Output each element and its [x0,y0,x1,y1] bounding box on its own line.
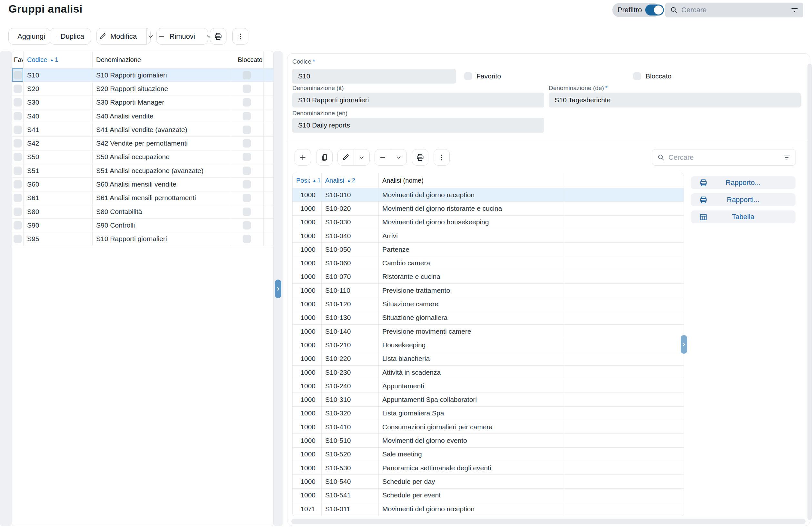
analysis-code-cell[interactable]: S10-040 [322,229,379,242]
analysis-code-cell[interactable]: S10-530 [322,461,379,474]
group-code-cell[interactable]: S20 [24,82,92,95]
favorite-checkbox[interactable] [14,126,22,134]
analysis-position-cell[interactable]: 1000 [293,475,322,488]
group-code-cell[interactable]: S42 [24,137,92,150]
analysis-more-options-button[interactable] [434,149,450,166]
action-button-rapporto[interactable]: Rapporto... [691,176,796,189]
group-name-cell[interactable]: S10 Rapporti giornalieri [92,69,230,82]
locked-cell[interactable] [230,191,264,205]
group-row[interactable]: S42S42 Vendite per pernottamenti [12,137,273,150]
analysis-position-cell[interactable]: 1000 [293,352,322,366]
locked-checkbox[interactable] [243,167,251,175]
analysis-code-cell[interactable]: S10-070 [322,270,379,283]
locked-cell[interactable] [230,137,264,150]
analysis-name-cell[interactable]: Schedule per day [379,475,564,488]
analysis-row[interactable]: 1000S10-060Cambio camera [293,256,684,270]
filter-icon[interactable] [791,6,799,14]
locked-checkbox[interactable] [243,235,251,243]
analysis-name-cell[interactable]: Arrivi [379,229,564,242]
analysis-code-cell[interactable]: S10-220 [322,352,379,366]
locked-checkbox[interactable] [243,98,251,106]
group-code-cell[interactable]: S51 [24,164,92,177]
group-row[interactable]: S50S50 Analisi occupazione [12,151,273,164]
favorite-cell[interactable] [12,191,24,205]
collapse-analyses-panel-handle[interactable] [681,335,687,354]
analysis-name-cell[interactable]: Lista biancheria [379,352,564,366]
analysis-position-cell[interactable]: 1000 [293,216,322,229]
analysis-position-cell[interactable]: 1000 [293,448,322,461]
analysis-code-cell[interactable]: S10-020 [322,202,379,215]
column-header-analysis-name[interactable]: Analisi (nome) [379,173,564,188]
analysis-name-cell[interactable]: Cambio camera [379,256,564,270]
favorite-checkbox[interactable] [14,194,22,202]
analysis-row[interactable]: 1000S10-130Situazione giornaliera [293,311,684,325]
analysis-code-cell[interactable]: S10-510 [322,434,379,447]
group-code-cell[interactable]: S95 [24,232,92,246]
group-name-cell[interactable]: S80 Contabilità [92,205,230,218]
analysis-position-cell[interactable]: 1000 [293,297,322,311]
analysis-position-cell[interactable]: 1071 [293,502,322,516]
analysis-row[interactable]: 1000S10-070Ristorante e cucina [293,270,684,284]
group-row[interactable]: S10S10 Rapporti giornalieri [12,69,273,82]
analysis-position-cell[interactable]: 1000 [293,256,322,270]
group-code-cell[interactable]: S40 [24,110,92,123]
analysis-code-cell[interactable]: S10-210 [322,338,379,352]
analysis-position-cell[interactable]: 1000 [293,407,322,420]
analysis-code-cell[interactable]: S10-011 [322,502,379,516]
action-button-tabella[interactable]: Tabella [691,211,796,223]
remove-button[interactable]: Rimuovi [151,28,201,44]
analysis-name-cell[interactable]: Movimenti del giorno reception [379,502,564,516]
analysis-row[interactable]: 1000S10-520Sale meeting [293,448,684,461]
analysis-name-cell[interactable]: Partenze [379,243,564,256]
analysis-row[interactable]: 1000S10-010Movimenti del giorno receptio… [293,188,684,202]
analysis-code-cell[interactable]: S10-541 [322,489,379,502]
favorite-cell[interactable] [12,82,24,95]
group-name-cell[interactable]: S60 Analisi mensili vendite [92,177,230,191]
code-field[interactable] [292,69,456,84]
analysis-name-cell[interactable]: Previsione trattamento [379,284,564,297]
top-search-input[interactable] [681,6,787,14]
name-en-field[interactable] [292,118,544,133]
favorite-cell[interactable] [12,218,24,232]
analysis-position-cell[interactable]: 1000 [293,270,322,283]
group-code-cell[interactable]: S41 [24,123,92,136]
analysis-name-cell[interactable]: Ristorante e cucina [379,270,564,283]
locked-cell[interactable] [230,177,264,191]
analysis-position-cell[interactable]: 1000 [293,243,322,256]
analysis-position-cell[interactable]: 1000 [293,461,322,474]
action-button-rapporti[interactable]: Rapporti... [691,194,796,206]
analysis-duplicate-button[interactable] [316,149,333,166]
column-header-position[interactable]: Posiz ▲ 1 [293,173,322,188]
analysis-position-cell[interactable]: 1000 [293,393,322,406]
analysis-code-cell[interactable]: S10-520 [322,448,379,461]
analysis-code-cell[interactable]: S10-130 [322,311,379,325]
locked-checkbox[interactable] [243,139,251,147]
analysis-name-cell[interactable]: Appuntamenti Spa collaboratori [379,393,564,406]
analysis-remove-button[interactable] [375,149,391,165]
analysis-code-cell[interactable]: S10-060 [322,256,379,270]
locked-cell[interactable] [230,110,264,123]
analysis-row[interactable]: 1000S10-530Panoramica settimanale degli … [293,461,684,475]
analysis-position-cell[interactable]: 1000 [293,202,322,215]
group-code-cell[interactable]: S90 [24,218,92,232]
locked-checkbox[interactable] [243,221,251,229]
favorite-cell[interactable] [12,123,24,136]
group-name-cell[interactable]: S10 Rapporti giornalieri [92,232,230,246]
locked-cell[interactable] [230,164,264,177]
analysis-name-cell[interactable]: Movimenti del giorno housekeeping [379,216,564,229]
analysis-code-cell[interactable]: S10-230 [322,366,379,379]
name-it-field[interactable] [292,92,544,108]
group-row[interactable]: S51S51 Analisi occupazione (avanzate) [12,164,273,177]
prefilter-toggle[interactable] [645,4,664,15]
column-header-code[interactable]: Codice ▲ 1 [24,51,92,68]
analysis-code-cell[interactable]: S10-320 [322,407,379,420]
favorite-cell[interactable] [12,164,24,177]
add-button[interactable]: Aggiungi [9,28,50,45]
favorite-checkbox[interactable] [14,167,22,175]
group-code-cell[interactable]: S50 [24,151,92,164]
favorite-checkbox[interactable] [14,98,22,106]
favorite-checkbox[interactable] [14,153,22,161]
locked-checkbox[interactable] [243,112,251,120]
analysis-row[interactable]: 1000S10-050Partenze [293,243,684,256]
analysis-row[interactable]: 1000S10-040Arrivi [293,229,684,243]
